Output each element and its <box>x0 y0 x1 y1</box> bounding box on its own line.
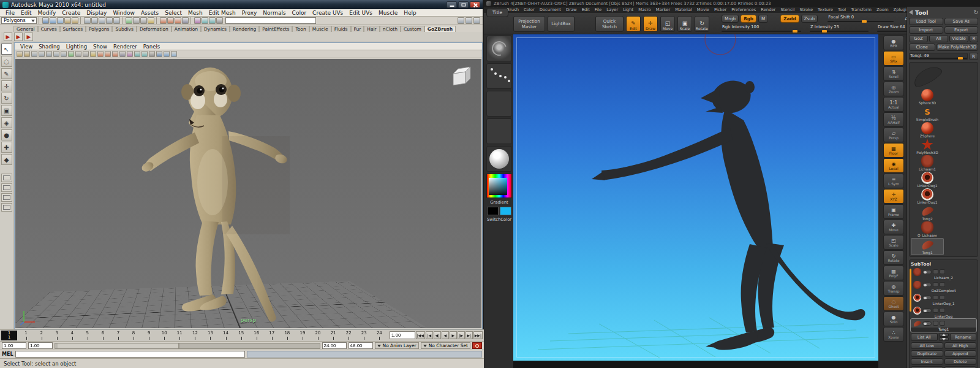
menu-select[interactable]: Select <box>162 10 185 16</box>
shelf-tab-fluids[interactable]: Fluids <box>331 26 351 32</box>
shelf-tab-fur[interactable]: Fur <box>351 26 364 32</box>
tool-item-linkeroog1[interactable]: LinkerOog1 <box>911 188 944 204</box>
menu-file[interactable]: File <box>2 10 18 16</box>
shelf-tab-animation[interactable]: Animation <box>172 26 201 32</box>
zoom-button[interactable]: ◎Zoom <box>883 82 904 96</box>
zbrush-menu-picker[interactable]: Picker <box>712 7 729 12</box>
soft-mod-tool[interactable]: ● <box>1 129 12 140</box>
frame-8[interactable]: 8 <box>126 330 141 341</box>
clone-button[interactable]: Clone <box>909 44 935 51</box>
zbrush-menu-movie[interactable]: Movie <box>695 7 712 12</box>
transp-button[interactable]: ◍Transp <box>883 281 904 296</box>
eye-toggle-icon[interactable] <box>922 270 932 274</box>
zbrush-menu-material[interactable]: Material <box>673 7 695 12</box>
subtool-item-lichaam-2[interactable]: Lichaam_2 <box>911 267 976 280</box>
playback-start-field[interactable] <box>28 342 53 349</box>
animation-end-field[interactable] <box>349 342 373 349</box>
frame-7[interactable]: 7 <box>110 330 126 341</box>
frame-2[interactable]: 2 <box>34 330 49 341</box>
color-picker[interactable] <box>486 174 512 198</box>
maya-titlebar[interactable]: Autodesk Maya 2010 x64: untitled <box>0 0 483 9</box>
local-button[interactable]: ◉Local <box>883 158 904 173</box>
tool-item-zsphere[interactable]: ZSphere <box>911 122 944 138</box>
zbrush-menu-zoom[interactable]: Zoom <box>874 7 891 12</box>
shelf-tab-toon[interactable]: Toon <box>292 26 309 32</box>
subtool-item-linkeroog[interactable]: LinkerOog <box>911 306 976 319</box>
save-as-button[interactable]: Save As <box>944 18 979 25</box>
menu-help[interactable]: Help <box>401 10 420 16</box>
tool-item-simplebrush[interactable]: SSimpleBrush <box>911 105 944 121</box>
save-scene-icon[interactable] <box>57 17 64 24</box>
go-to-end-button[interactable]: ▶▶| <box>473 331 483 339</box>
rgb-button[interactable]: Rgb <box>741 15 756 23</box>
scale-mode-button[interactable]: ▣Scale <box>677 16 692 32</box>
frame-12[interactable]: 12 <box>187 330 203 341</box>
range-slider[interactable] <box>55 343 320 349</box>
rotate-tool[interactable]: ↻ <box>1 93 12 104</box>
lighting-all-icon[interactable] <box>156 51 162 57</box>
move-up-icon[interactable] <box>939 333 949 337</box>
scroll-button[interactable]: ⇅Scroll <box>883 66 904 81</box>
menu-window[interactable]: Window <box>110 10 138 16</box>
four-pane-layout[interactable] <box>1 183 12 192</box>
attribute-editor-icon[interactable] <box>216 17 223 24</box>
zbrush-menu-color[interactable]: Color <box>521 7 537 12</box>
move-down-icon[interactable] <box>939 337 949 341</box>
menu-color[interactable]: Color <box>289 10 310 16</box>
playback-end-field[interactable] <box>322 342 347 349</box>
shelf-tab-curves[interactable]: Curves <box>38 26 60 32</box>
frame-23[interactable]: 23 <box>356 330 372 341</box>
main-color-swatch[interactable] <box>500 207 511 215</box>
list-all-button[interactable]: List All <box>911 333 938 341</box>
all-button[interactable]: All <box>929 35 948 42</box>
zbrush-menu-transform[interactable]: Transform <box>848 7 874 12</box>
snap-to-projected-center-icon[interactable] <box>106 17 113 24</box>
zsub-button[interactable]: Zsub <box>801 15 818 23</box>
zbrush-menu-draw[interactable]: Draw <box>564 7 579 12</box>
snap-to-view-plane-icon[interactable] <box>113 17 120 24</box>
show-tool-settings-icon[interactable] <box>466 17 472 24</box>
field-chart-icon[interactable] <box>24 51 30 57</box>
step-back-frame-button[interactable]: ◀| <box>434 331 441 339</box>
r-button[interactable]: R <box>970 35 978 42</box>
restore-configuration-icon[interactable]: ↻ <box>973 9 978 15</box>
menu-modify[interactable]: Modify <box>35 10 59 16</box>
maximize-icon[interactable] <box>458 1 469 8</box>
zbrush-menu-preferences[interactable]: Preferences <box>729 7 758 12</box>
polypaint-toggle-icon[interactable] <box>933 295 938 300</box>
frame-21[interactable]: 21 <box>326 330 341 341</box>
minimize-icon[interactable] <box>447 1 457 8</box>
frame-3[interactable]: 3 <box>49 330 64 341</box>
polypaint-toggle-icon[interactable] <box>933 269 938 274</box>
rotate-mode-button[interactable]: ↻Rotate <box>695 16 709 32</box>
zbrush-menu-marker[interactable]: Marker <box>654 7 673 12</box>
construction-history-icon[interactable] <box>148 17 154 24</box>
load-tool-button[interactable]: Load Tool <box>909 18 943 25</box>
goz-import-icon[interactable]: ▶ <box>14 33 23 41</box>
subtool-item-gozcompleet[interactable]: GoZCompleet <box>911 280 976 293</box>
rotate-button[interactable]: ↻Rotate <box>883 250 904 265</box>
focal-shift-slider[interactable]: Focal Shift 0 <box>827 15 894 23</box>
persp-outliner-layout[interactable] <box>1 193 12 202</box>
shelf-tab-polygons[interactable]: Polygons <box>86 26 112 32</box>
panel-menu-shading[interactable]: Shading <box>36 44 63 50</box>
zbrush-menu-light[interactable]: Light <box>620 7 636 12</box>
paint-select-tool[interactable]: ✎ <box>1 68 12 79</box>
frame-18[interactable]: 18 <box>279 330 295 341</box>
actual-button[interactable]: 1:1Actual <box>883 97 904 112</box>
subtool-header[interactable]: SubTool <box>911 261 976 267</box>
shelf-tab-painteffects[interactable]: PaintEffects <box>259 26 292 32</box>
auto-keyframe-toggle[interactable] <box>472 342 482 349</box>
eye-toggle-icon[interactable] <box>922 309 932 313</box>
move-button[interactable]: ✚Move <box>883 220 904 234</box>
zbrush-menu-document[interactable]: Document <box>537 7 564 12</box>
lasso-tool[interactable]: ◌ <box>1 56 12 67</box>
frame-22[interactable]: 22 <box>341 330 356 341</box>
mrgb-button[interactable]: Mrgb <box>722 15 739 23</box>
frame-15[interactable]: 15 <box>233 330 249 341</box>
zadd-button[interactable]: Zadd <box>780 15 799 23</box>
lightbox-button[interactable]: LightBox <box>548 16 575 32</box>
eye-toggle-icon[interactable] <box>922 296 932 300</box>
menu-create[interactable]: Create <box>59 10 83 16</box>
current-brush-thumbnail[interactable] <box>486 36 512 61</box>
